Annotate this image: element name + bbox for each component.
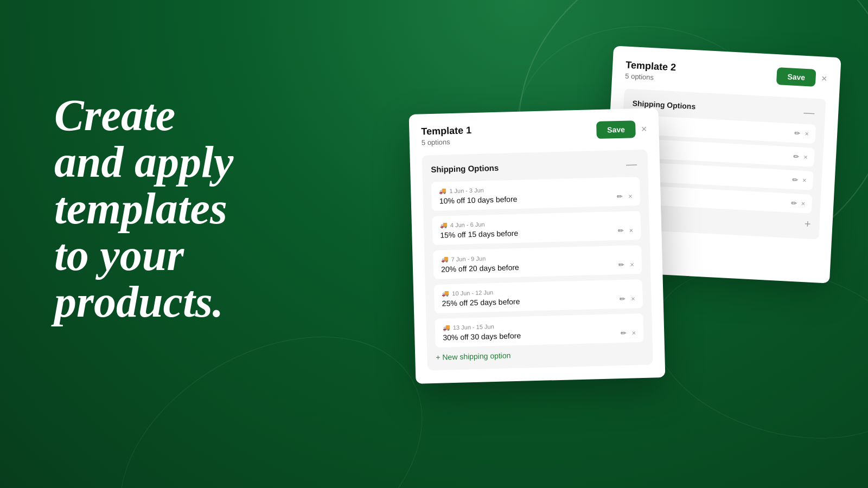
- shipping-section: Shipping Options — 🚚 1 Jun - 3 Jun 10% o…: [422, 150, 653, 371]
- template2-row4-actions: ✏ ×: [790, 199, 805, 208]
- template2-row2-edit-icon[interactable]: ✏: [793, 152, 800, 161]
- shipping-option-1-actions: ✏ ×: [617, 192, 633, 201]
- template2-save-button[interactable]: Save: [776, 67, 816, 87]
- template2-title-block: Template 2 5 options: [625, 60, 676, 83]
- template2-row3-edit-icon[interactable]: ✏: [792, 176, 799, 184]
- template2-row1-actions: ✏ ×: [794, 129, 809, 138]
- shipping-option-4-edit-icon[interactable]: ✏: [620, 294, 626, 303]
- truck-icon-1: 🚚: [439, 187, 446, 194]
- shipping-option-3: 🚚 7 Jun - 9 Jun 20% off 20 days before ✏…: [433, 245, 642, 279]
- truck-icon-5: 🚚: [443, 324, 450, 331]
- template1-subtitle: 5 options: [422, 137, 472, 146]
- template1-header: Template 1 5 options Save ×: [421, 120, 647, 147]
- ui-area: Template 2 5 options Save × Shipping Opt…: [380, 0, 868, 488]
- shipping-option-5-name: 30% off 30 days before: [443, 331, 521, 342]
- template2-minimize-button[interactable]: —: [801, 107, 817, 118]
- template2-header: Template 2 5 options Save ×: [625, 60, 827, 91]
- new-shipping-option-button[interactable]: + New shipping option: [436, 351, 511, 362]
- template2-options-header: Shipping Options —: [632, 98, 817, 118]
- template2-row2-actions: ✏ ×: [793, 152, 808, 161]
- template2-title: Template 2: [626, 60, 676, 74]
- truck-icon-2: 🚚: [440, 221, 448, 228]
- template2-actions: Save ×: [776, 67, 828, 87]
- template1-actions: Save ×: [596, 120, 647, 139]
- template1-close-button[interactable]: ×: [641, 124, 647, 134]
- shipping-option-3-actions: ✏ ×: [618, 260, 634, 269]
- shipping-option-1-delete-icon[interactable]: ×: [628, 192, 633, 200]
- template2-row3-actions: ✏ ×: [792, 176, 807, 184]
- shipping-option-2-name: 15% off 15 days before: [440, 229, 518, 240]
- truck-icon-4: 🚚: [442, 290, 449, 297]
- template2-row1-edit-icon[interactable]: ✏: [794, 129, 801, 138]
- hero-text: Create and apply templates to your produ…: [54, 92, 233, 325]
- template1-title: Template 1: [421, 125, 471, 137]
- shipping-section-header: Shipping Options —: [431, 158, 639, 175]
- shipping-option-4: 🚚 10 Jun - 12 Jun 25% off 25 days before…: [434, 279, 643, 313]
- shipping-option-4-delete-icon[interactable]: ×: [631, 294, 635, 303]
- template2-row1-delete-icon[interactable]: ×: [805, 130, 809, 138]
- template2-row4-delete-icon[interactable]: ×: [801, 200, 805, 208]
- template1-card: Template 1 5 options Save × Shipping Opt…: [409, 108, 666, 384]
- shipping-option-1-edit-icon[interactable]: ✏: [617, 192, 623, 200]
- shipping-option-5-edit-icon[interactable]: ✏: [620, 329, 626, 337]
- shipping-option-3-delete-icon[interactable]: ×: [630, 260, 634, 268]
- shipping-option-5: 🚚 13 Jun - 15 Jun 30% off 30 days before…: [435, 313, 643, 348]
- template1-minimize-button[interactable]: —: [624, 158, 640, 170]
- shipping-option-2-edit-icon[interactable]: ✏: [618, 226, 624, 234]
- shipping-section-label: Shipping Options: [431, 163, 499, 174]
- shipping-option-2-actions: ✏ ×: [618, 226, 634, 235]
- shipping-option-2: 🚚 4 Jun - 6 Jun 15% off 15 days before ✏…: [432, 211, 641, 245]
- shipping-option-5-actions: ✏ ×: [620, 329, 636, 337]
- shipping-option-3-name: 20% off 20 days before: [441, 263, 519, 274]
- template1-title-block: Template 1 5 options: [421, 125, 472, 146]
- shipping-option-4-actions: ✏ ×: [620, 294, 635, 303]
- shipping-option-1-name: 10% off 10 days before: [439, 195, 518, 206]
- shipping-option-1: 🚚 1 Jun - 3 Jun 10% off 10 days before ✏…: [431, 177, 640, 211]
- template2-row2-delete-icon[interactable]: ×: [803, 153, 808, 161]
- template2-add-icon[interactable]: +: [804, 217, 811, 230]
- shipping-option-5-delete-icon[interactable]: ×: [631, 329, 636, 337]
- shipping-option-3-edit-icon[interactable]: ✏: [618, 260, 624, 268]
- template2-subtitle: 5 options: [625, 72, 675, 82]
- template1-save-button[interactable]: Save: [596, 120, 636, 139]
- template2-row3-delete-icon[interactable]: ×: [802, 176, 807, 184]
- shipping-option-4-name: 25% off 25 days before: [442, 297, 520, 308]
- template2-close-button[interactable]: ×: [821, 73, 827, 84]
- truck-icon-3: 🚚: [441, 255, 448, 262]
- template2-row4-edit-icon[interactable]: ✏: [790, 199, 797, 208]
- shipping-option-2-delete-icon[interactable]: ×: [629, 226, 634, 234]
